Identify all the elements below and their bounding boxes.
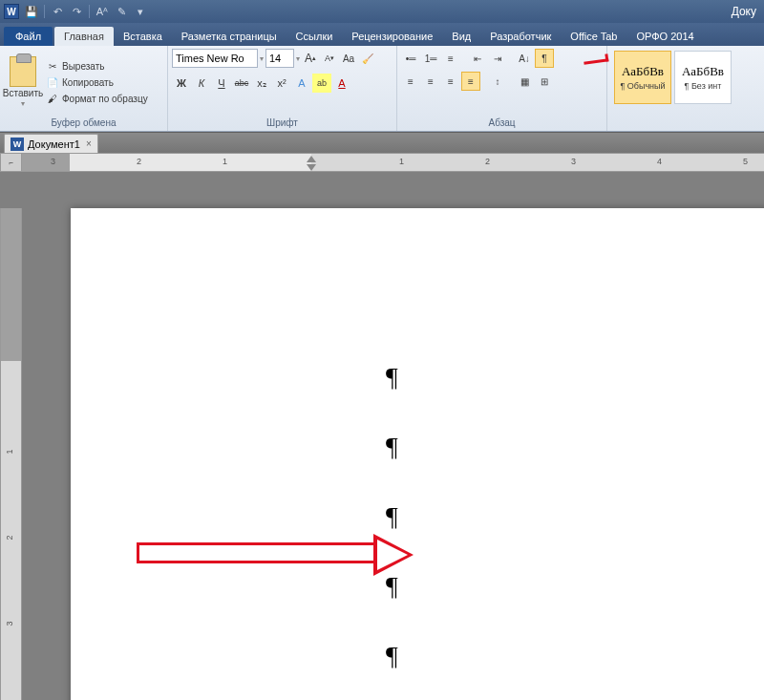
ruler-corner[interactable]: ⌐ (0, 153, 22, 172)
horizontal-ruler-area: ⌐ 3 2 1 1 2 3 4 5 (0, 153, 764, 172)
copy-label: Копировать (62, 77, 114, 88)
arrow-annotation (137, 542, 414, 567)
font-size-selector[interactable]: 14 (265, 49, 294, 68)
cut-label: Вырезать (62, 61, 104, 72)
pilcrow-mark: ¶ (386, 362, 398, 392)
tab-office-tab[interactable]: Office Tab (561, 27, 626, 46)
document-tab-label: Документ1 (28, 138, 80, 150)
tab-home[interactable]: Главная (54, 27, 114, 46)
close-tab-icon[interactable]: × (86, 138, 92, 149)
sort-button[interactable]: A↓ (515, 49, 534, 68)
paragraph-group-label: Абзац (401, 117, 603, 129)
change-case-button[interactable]: Aa (340, 49, 357, 68)
decrease-indent-button[interactable]: ⇤ (468, 49, 487, 68)
cut-button[interactable]: ✂ Вырезать (44, 58, 150, 74)
pilcrow-mark: ¶ (386, 432, 398, 462)
copy-icon: 📄 (46, 75, 59, 89)
borders-button[interactable]: ⊞ (535, 72, 554, 91)
multilevel-list-button[interactable]: ≡ (441, 49, 460, 68)
qat-dropdown-icon[interactable]: ▾ (132, 3, 149, 20)
clear-formatting-button[interactable]: 🧹 (359, 49, 376, 68)
vertical-ruler[interactable]: 1 2 3 4 (0, 208, 22, 700)
tab-insert[interactable]: Вставка (114, 27, 172, 46)
redo-icon[interactable]: ↷ (68, 3, 85, 20)
ribbon: Вставить ▾ ✂ Вырезать 📄 Копировать 🖌 Фор… (0, 46, 764, 132)
highlight-button[interactable]: ab (312, 74, 331, 93)
underline-button[interactable]: Ч (212, 74, 231, 93)
word-doc-icon: W (11, 138, 24, 151)
strikethrough-button[interactable]: abc (232, 74, 251, 93)
tab-orfo[interactable]: ОРФО 2014 (626, 27, 703, 46)
show-pilcrow-button[interactable]: ¶ (535, 49, 554, 68)
paste-icon (10, 56, 36, 87)
shrink-font-button[interactable]: A▾ (321, 49, 338, 68)
subscript-button[interactable]: x₂ (252, 74, 271, 93)
align-left-button[interactable]: ≡ (401, 72, 420, 91)
brush-qat-icon[interactable]: ✎ (113, 3, 130, 20)
separator (44, 5, 45, 18)
tab-page-layout[interactable]: Разметка страницы (172, 27, 286, 46)
font-name-selector[interactable]: Times New Ro (172, 49, 258, 68)
document-area[interactable]: ¶ ¶ ¶ ¶ ¶ (22, 172, 764, 700)
copy-button[interactable]: 📄 Копировать (44, 74, 150, 90)
document-tabs-bar: W Документ1 × (0, 132, 764, 153)
line-spacing-button[interactable]: ↕ (488, 72, 507, 91)
text-effects-button[interactable]: A (292, 74, 311, 93)
title-bar: W 💾 ↶ ↷ Aᴬ ✎ ▾ Доку (0, 0, 764, 23)
font-group-label: Шрифт (172, 117, 393, 129)
paste-label: Вставить (3, 88, 43, 98)
clipboard-group: Вставить ▾ ✂ Вырезать 📄 Копировать 🖌 Фор… (0, 46, 168, 131)
paragraph-group: •═ 1═ ≡ ⇤ ⇥ A↓ ¶ ≡ ≡ ≡ ≡ ↕ (397, 46, 607, 131)
grow-font-button[interactable]: A▴ (302, 49, 319, 68)
v-ruler-spacer: 1 2 3 4 (0, 172, 22, 700)
align-right-button[interactable]: ≡ (441, 72, 460, 91)
ribbon-tabs: Файл Главная Вставка Разметка страницы С… (0, 23, 764, 46)
hanging-indent-marker[interactable] (307, 164, 316, 171)
tab-view[interactable]: Вид (442, 27, 480, 46)
document-page[interactable]: ¶ ¶ ¶ ¶ ¶ (71, 208, 764, 700)
shading-button[interactable]: ▦ (515, 72, 534, 91)
font-qat-icon[interactable]: Aᴬ (94, 3, 111, 20)
document-tab[interactable]: W Документ1 × (4, 134, 98, 153)
font-group: Times New Ro ▾ 14 ▾ A▴ A▾ Aa 🧹 Ж К Ч abc… (168, 46, 397, 131)
styles-group: АаБбВв ¶ Обычный АаБбВв ¶ Без инт (607, 46, 738, 131)
increase-indent-button[interactable]: ⇥ (488, 49, 507, 68)
format-painter-button[interactable]: 🖌 Формат по образцу (44, 91, 150, 106)
style-preview: АаБбВв (622, 64, 664, 79)
style-name-label: ¶ Без инт (685, 81, 722, 91)
align-center-button[interactable]: ≡ (421, 72, 440, 91)
window-title: Доку (732, 5, 760, 18)
style-preview: АаБбВв (682, 64, 724, 79)
bullets-button[interactable]: •═ (401, 49, 420, 68)
italic-button[interactable]: К (192, 74, 211, 93)
style-normal[interactable]: АаБбВв ¶ Обычный (614, 51, 671, 104)
justify-button[interactable]: ≡ (461, 72, 480, 91)
format-painter-label: Формат по образцу (62, 94, 148, 104)
paste-button[interactable]: Вставить ▾ (4, 48, 42, 117)
tab-developer[interactable]: Разработчик (480, 27, 561, 46)
tab-review[interactable]: Рецензирование (342, 27, 442, 46)
brush-icon: 🖌 (46, 92, 59, 105)
first-line-indent-marker[interactable] (307, 156, 316, 162)
pilcrow-mark: ¶ (386, 501, 398, 532)
bold-button[interactable]: Ж (172, 74, 191, 93)
file-tab[interactable]: Файл (4, 27, 53, 46)
style-name-label: ¶ Обычный (620, 81, 665, 91)
superscript-button[interactable]: x² (272, 74, 291, 93)
annotation-underline (584, 53, 609, 65)
numbering-button[interactable]: 1═ (421, 49, 440, 68)
scissors-icon: ✂ (46, 59, 59, 73)
clipboard-group-label: Буфер обмена (4, 117, 163, 129)
app-icon: W (4, 4, 19, 19)
separator (89, 5, 90, 18)
undo-icon[interactable]: ↶ (49, 3, 66, 20)
workspace: 1 2 3 4 ¶ ¶ ¶ ¶ ¶ (0, 172, 764, 700)
quick-access-toolbar: 💾 ↶ ↷ Aᴬ ✎ ▾ (23, 3, 149, 20)
font-color-button[interactable]: A (332, 74, 351, 93)
style-no-spacing[interactable]: АаБбВв ¶ Без инт (674, 51, 732, 104)
pilcrow-mark: ¶ (386, 641, 398, 671)
horizontal-ruler[interactable]: 3 2 1 1 2 3 4 5 (22, 153, 764, 172)
tab-references[interactable]: Ссылки (286, 27, 343, 46)
save-icon[interactable]: 💾 (23, 3, 40, 20)
